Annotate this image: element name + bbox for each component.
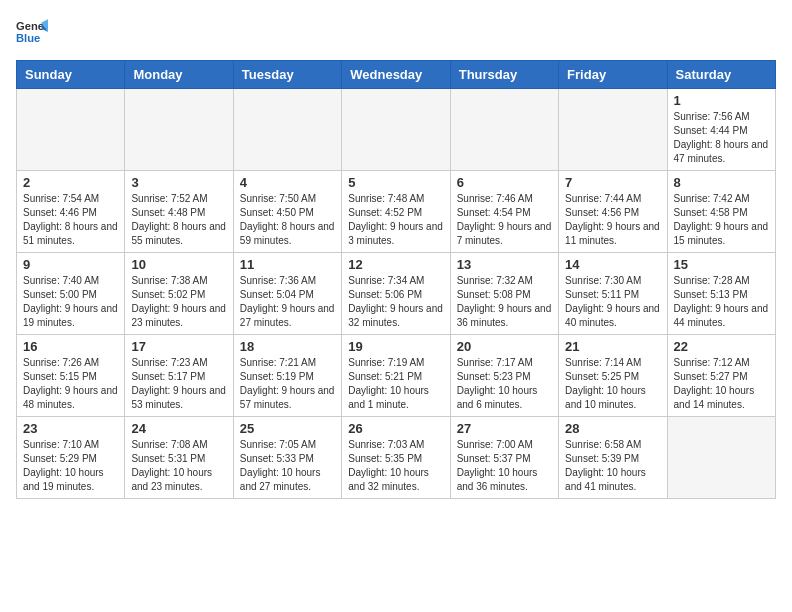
day-info: Sunrise: 7:34 AM Sunset: 5:06 PM Dayligh… <box>348 274 443 330</box>
calendar-cell: 7Sunrise: 7:44 AM Sunset: 4:56 PM Daylig… <box>559 171 667 253</box>
day-info: Sunrise: 6:58 AM Sunset: 5:39 PM Dayligh… <box>565 438 660 494</box>
day-number: 17 <box>131 339 226 354</box>
day-info: Sunrise: 7:19 AM Sunset: 5:21 PM Dayligh… <box>348 356 443 412</box>
day-info: Sunrise: 7:28 AM Sunset: 5:13 PM Dayligh… <box>674 274 769 330</box>
day-info: Sunrise: 7:50 AM Sunset: 4:50 PM Dayligh… <box>240 192 335 248</box>
header: General Blue <box>16 16 776 48</box>
calendar-cell: 11Sunrise: 7:36 AM Sunset: 5:04 PM Dayli… <box>233 253 341 335</box>
day-number: 6 <box>457 175 552 190</box>
day-number: 5 <box>348 175 443 190</box>
calendar-week-5: 23Sunrise: 7:10 AM Sunset: 5:29 PM Dayli… <box>17 417 776 499</box>
calendar-cell <box>125 89 233 171</box>
calendar-cell: 17Sunrise: 7:23 AM Sunset: 5:17 PM Dayli… <box>125 335 233 417</box>
day-number: 1 <box>674 93 769 108</box>
day-number: 28 <box>565 421 660 436</box>
day-info: Sunrise: 7:48 AM Sunset: 4:52 PM Dayligh… <box>348 192 443 248</box>
day-number: 21 <box>565 339 660 354</box>
day-number: 19 <box>348 339 443 354</box>
day-number: 22 <box>674 339 769 354</box>
day-number: 23 <box>23 421 118 436</box>
calendar-cell: 18Sunrise: 7:21 AM Sunset: 5:19 PM Dayli… <box>233 335 341 417</box>
logo-icon: General Blue <box>16 16 48 48</box>
calendar-cell: 9Sunrise: 7:40 AM Sunset: 5:00 PM Daylig… <box>17 253 125 335</box>
day-info: Sunrise: 7:10 AM Sunset: 5:29 PM Dayligh… <box>23 438 118 494</box>
day-info: Sunrise: 7:21 AM Sunset: 5:19 PM Dayligh… <box>240 356 335 412</box>
calendar-week-1: 1Sunrise: 7:56 AM Sunset: 4:44 PM Daylig… <box>17 89 776 171</box>
calendar-cell <box>667 417 775 499</box>
calendar-cell: 15Sunrise: 7:28 AM Sunset: 5:13 PM Dayli… <box>667 253 775 335</box>
day-info: Sunrise: 7:23 AM Sunset: 5:17 PM Dayligh… <box>131 356 226 412</box>
calendar-cell <box>233 89 341 171</box>
calendar-week-2: 2Sunrise: 7:54 AM Sunset: 4:46 PM Daylig… <box>17 171 776 253</box>
day-info: Sunrise: 7:03 AM Sunset: 5:35 PM Dayligh… <box>348 438 443 494</box>
day-number: 8 <box>674 175 769 190</box>
day-info: Sunrise: 7:14 AM Sunset: 5:25 PM Dayligh… <box>565 356 660 412</box>
day-info: Sunrise: 7:44 AM Sunset: 4:56 PM Dayligh… <box>565 192 660 248</box>
day-number: 7 <box>565 175 660 190</box>
calendar-cell: 8Sunrise: 7:42 AM Sunset: 4:58 PM Daylig… <box>667 171 775 253</box>
weekday-header-friday: Friday <box>559 61 667 89</box>
calendar-cell: 6Sunrise: 7:46 AM Sunset: 4:54 PM Daylig… <box>450 171 558 253</box>
calendar-cell: 27Sunrise: 7:00 AM Sunset: 5:37 PM Dayli… <box>450 417 558 499</box>
calendar-cell: 2Sunrise: 7:54 AM Sunset: 4:46 PM Daylig… <box>17 171 125 253</box>
calendar-cell: 16Sunrise: 7:26 AM Sunset: 5:15 PM Dayli… <box>17 335 125 417</box>
calendar-cell <box>450 89 558 171</box>
day-number: 2 <box>23 175 118 190</box>
calendar-cell <box>559 89 667 171</box>
svg-text:Blue: Blue <box>16 32 40 44</box>
day-number: 15 <box>674 257 769 272</box>
calendar-week-4: 16Sunrise: 7:26 AM Sunset: 5:15 PM Dayli… <box>17 335 776 417</box>
day-info: Sunrise: 7:00 AM Sunset: 5:37 PM Dayligh… <box>457 438 552 494</box>
calendar-week-3: 9Sunrise: 7:40 AM Sunset: 5:00 PM Daylig… <box>17 253 776 335</box>
calendar-cell: 10Sunrise: 7:38 AM Sunset: 5:02 PM Dayli… <box>125 253 233 335</box>
day-info: Sunrise: 7:26 AM Sunset: 5:15 PM Dayligh… <box>23 356 118 412</box>
calendar-cell: 26Sunrise: 7:03 AM Sunset: 5:35 PM Dayli… <box>342 417 450 499</box>
day-number: 18 <box>240 339 335 354</box>
calendar-cell: 23Sunrise: 7:10 AM Sunset: 5:29 PM Dayli… <box>17 417 125 499</box>
day-number: 14 <box>565 257 660 272</box>
calendar-cell: 14Sunrise: 7:30 AM Sunset: 5:11 PM Dayli… <box>559 253 667 335</box>
day-info: Sunrise: 7:32 AM Sunset: 5:08 PM Dayligh… <box>457 274 552 330</box>
day-info: Sunrise: 7:56 AM Sunset: 4:44 PM Dayligh… <box>674 110 769 166</box>
calendar-cell: 3Sunrise: 7:52 AM Sunset: 4:48 PM Daylig… <box>125 171 233 253</box>
day-info: Sunrise: 7:54 AM Sunset: 4:46 PM Dayligh… <box>23 192 118 248</box>
day-info: Sunrise: 7:46 AM Sunset: 4:54 PM Dayligh… <box>457 192 552 248</box>
calendar-header: SundayMondayTuesdayWednesdayThursdayFrid… <box>17 61 776 89</box>
day-number: 27 <box>457 421 552 436</box>
day-number: 11 <box>240 257 335 272</box>
day-number: 9 <box>23 257 118 272</box>
day-info: Sunrise: 7:52 AM Sunset: 4:48 PM Dayligh… <box>131 192 226 248</box>
calendar-cell <box>17 89 125 171</box>
day-info: Sunrise: 7:12 AM Sunset: 5:27 PM Dayligh… <box>674 356 769 412</box>
day-info: Sunrise: 7:38 AM Sunset: 5:02 PM Dayligh… <box>131 274 226 330</box>
calendar-cell: 19Sunrise: 7:19 AM Sunset: 5:21 PM Dayli… <box>342 335 450 417</box>
calendar-cell: 22Sunrise: 7:12 AM Sunset: 5:27 PM Dayli… <box>667 335 775 417</box>
day-number: 4 <box>240 175 335 190</box>
day-info: Sunrise: 7:17 AM Sunset: 5:23 PM Dayligh… <box>457 356 552 412</box>
calendar: SundayMondayTuesdayWednesdayThursdayFrid… <box>16 60 776 499</box>
weekday-header-sunday: Sunday <box>17 61 125 89</box>
day-info: Sunrise: 7:36 AM Sunset: 5:04 PM Dayligh… <box>240 274 335 330</box>
calendar-cell <box>342 89 450 171</box>
calendar-cell: 20Sunrise: 7:17 AM Sunset: 5:23 PM Dayli… <box>450 335 558 417</box>
calendar-cell: 25Sunrise: 7:05 AM Sunset: 5:33 PM Dayli… <box>233 417 341 499</box>
day-info: Sunrise: 7:40 AM Sunset: 5:00 PM Dayligh… <box>23 274 118 330</box>
weekday-header-thursday: Thursday <box>450 61 558 89</box>
day-number: 20 <box>457 339 552 354</box>
day-info: Sunrise: 7:30 AM Sunset: 5:11 PM Dayligh… <box>565 274 660 330</box>
day-number: 3 <box>131 175 226 190</box>
weekday-header-saturday: Saturday <box>667 61 775 89</box>
weekday-header-tuesday: Tuesday <box>233 61 341 89</box>
calendar-cell: 28Sunrise: 6:58 AM Sunset: 5:39 PM Dayli… <box>559 417 667 499</box>
calendar-cell: 5Sunrise: 7:48 AM Sunset: 4:52 PM Daylig… <box>342 171 450 253</box>
day-number: 24 <box>131 421 226 436</box>
day-number: 10 <box>131 257 226 272</box>
calendar-cell: 1Sunrise: 7:56 AM Sunset: 4:44 PM Daylig… <box>667 89 775 171</box>
weekday-header-wednesday: Wednesday <box>342 61 450 89</box>
day-info: Sunrise: 7:42 AM Sunset: 4:58 PM Dayligh… <box>674 192 769 248</box>
weekday-header-monday: Monday <box>125 61 233 89</box>
calendar-cell: 13Sunrise: 7:32 AM Sunset: 5:08 PM Dayli… <box>450 253 558 335</box>
day-number: 25 <box>240 421 335 436</box>
day-info: Sunrise: 7:05 AM Sunset: 5:33 PM Dayligh… <box>240 438 335 494</box>
calendar-cell: 21Sunrise: 7:14 AM Sunset: 5:25 PM Dayli… <box>559 335 667 417</box>
